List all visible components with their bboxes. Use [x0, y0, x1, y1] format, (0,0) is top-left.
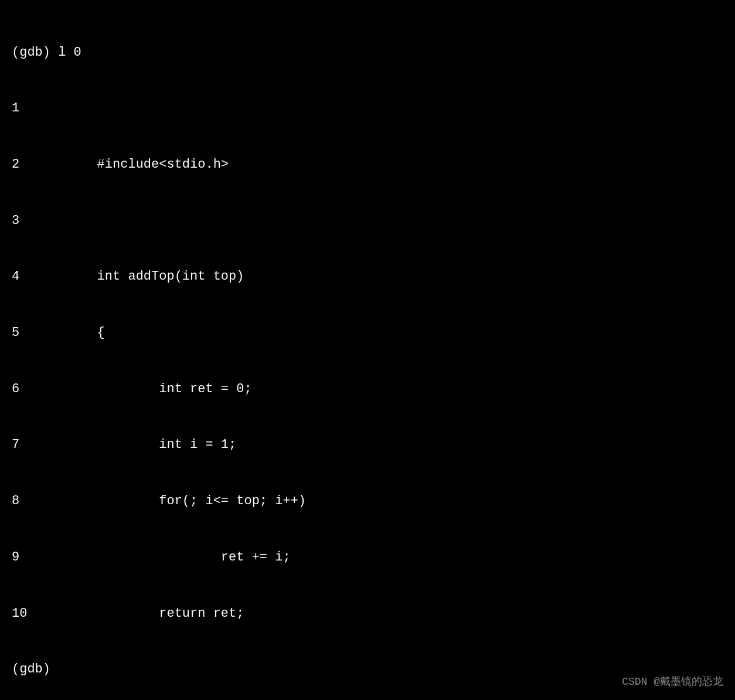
- line-number: 10: [12, 604, 35, 623]
- gdb-command-line: (gdb) l 0: [12, 43, 723, 62]
- gdb-prompt: (gdb) l 0: [12, 43, 81, 62]
- code-section: (gdb) l 0 1 2 #include<stdio.h> 3 4 int …: [12, 6, 723, 700]
- code-line-2: 2 #include<stdio.h>: [12, 155, 723, 174]
- line-number: 2: [12, 155, 35, 174]
- terminal-window: (gdb) l 0 1 2 #include<stdio.h> 3 4 int …: [0, 0, 735, 700]
- line-number: 8: [12, 492, 35, 511]
- code-line-1: 1: [12, 99, 723, 118]
- gdb-prompt: (gdb): [12, 660, 50, 679]
- line-number: 1: [12, 99, 35, 118]
- line-number: 6: [12, 380, 35, 399]
- line-number: 4: [12, 267, 35, 286]
- line-number: 7: [12, 436, 35, 454]
- code-line-5: 5 {: [12, 324, 723, 342]
- code-line-8: 8 for(; i<= top; i++): [12, 492, 723, 511]
- line-number: 3: [12, 212, 35, 230]
- line-number: 9: [12, 548, 35, 567]
- code-line-3: 3: [12, 212, 723, 230]
- watermark: CSDN @戴墨镜的恐龙: [622, 674, 723, 689]
- code-line-9: 9 ret += i;: [12, 548, 723, 567]
- code-line-4: 4 int addTop(int top): [12, 267, 723, 286]
- code-line-6: 6 int ret = 0;: [12, 380, 723, 399]
- code-line-7: 7 int i = 1;: [12, 436, 723, 454]
- code-line-10: 10 return ret;: [12, 604, 723, 623]
- gdb-prompt-line: (gdb): [12, 660, 723, 679]
- line-number: 5: [12, 324, 35, 342]
